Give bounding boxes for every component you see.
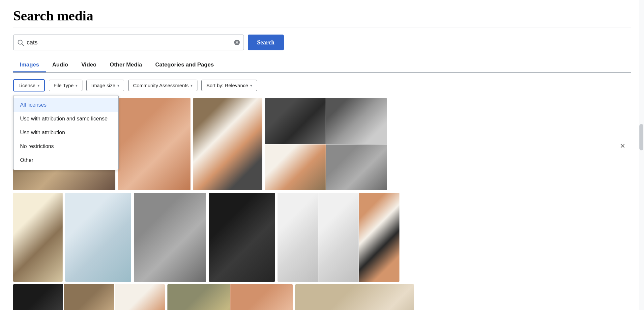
sort-label: Sort by: Relevance <box>206 83 248 88</box>
license-filter-button[interactable]: License ▾ <box>13 79 45 91</box>
license-filter-container: License ▾ All licenses Use with attribut… <box>13 79 45 91</box>
filter-row: License ▾ All licenses Use with attribut… <box>13 79 631 91</box>
license-option-no-restrictions[interactable]: No restrictions <box>14 140 118 153</box>
scrollbar-thumb[interactable] <box>639 124 643 150</box>
image-size-label: Image size <box>91 83 115 88</box>
image-cell-siamese[interactable] <box>13 193 63 282</box>
svg-line-1 <box>22 44 23 45</box>
image-cell-right-panel[interactable] <box>278 193 399 282</box>
license-option-other[interactable]: Other <box>14 153 118 167</box>
tab-audio[interactable]: Audio <box>46 58 75 72</box>
license-option-all[interactable]: All licenses <box>14 98 118 112</box>
license-dropdown: All licenses Use with attribution and sa… <box>13 95 119 170</box>
image-row-2 <box>13 193 631 282</box>
license-label: License <box>18 83 36 88</box>
image-cell-snow[interactable] <box>65 193 131 282</box>
search-bar: cats Search <box>13 35 631 50</box>
image-cell-cats-green[interactable] <box>167 284 293 310</box>
clear-button[interactable] <box>234 39 240 46</box>
sort-chevron-icon: ▾ <box>250 83 252 88</box>
search-icon <box>17 39 24 46</box>
tab-images[interactable]: Images <box>13 58 46 72</box>
file-type-filter-button[interactable]: File Type ▾ <box>49 80 83 91</box>
file-type-label: File Type <box>54 83 74 88</box>
search-input-wrap: cats <box>13 35 244 50</box>
tab-video[interactable]: Video <box>75 58 103 72</box>
image-size-filter-button[interactable]: Image size ▾ <box>86 80 124 91</box>
image-cell-sandy[interactable] <box>295 284 414 310</box>
tabs-row: Images Audio Video Other Media Categorie… <box>13 58 631 73</box>
image-cell-poster[interactable]: File:Cat poster 1.jpg <box>193 98 262 190</box>
license-chevron-icon: ▾ <box>38 83 40 88</box>
community-assessments-label: Community Assessments <box>133 83 189 88</box>
sort-button[interactable]: Sort by: Relevance ▾ <box>201 80 257 91</box>
image-cell-gray-tabby[interactable] <box>134 193 206 282</box>
image-size-chevron-icon: ▾ <box>117 83 119 88</box>
community-assessments-filter-button[interactable]: Community Assessments ▾ <box>128 80 197 91</box>
search-button[interactable]: Search <box>248 35 284 50</box>
community-assessments-chevron-icon: ▾ <box>190 83 192 88</box>
image-cell-multi-panel[interactable] <box>265 98 387 190</box>
scrollbar-track <box>639 0 644 310</box>
image-cell-multi2[interactable] <box>13 284 165 310</box>
license-option-attribution[interactable]: Use with attribution <box>14 126 118 140</box>
license-option-attribution-same[interactable]: Use with attribution and same license <box>14 112 118 126</box>
image-row-3 <box>13 284 631 310</box>
image-cell-orange-sit[interactable] <box>118 98 190 190</box>
close-button[interactable]: × <box>614 138 631 154</box>
image-cell-black[interactable] <box>209 193 275 282</box>
file-type-chevron-icon: ▾ <box>75 83 77 88</box>
tab-other-media[interactable]: Other Media <box>103 58 149 72</box>
title-divider <box>13 28 631 28</box>
page-title: Search media <box>13 8 631 24</box>
tab-categories-pages[interactable]: Categories and Pages <box>149 58 220 72</box>
search-input[interactable]: cats <box>27 39 234 46</box>
